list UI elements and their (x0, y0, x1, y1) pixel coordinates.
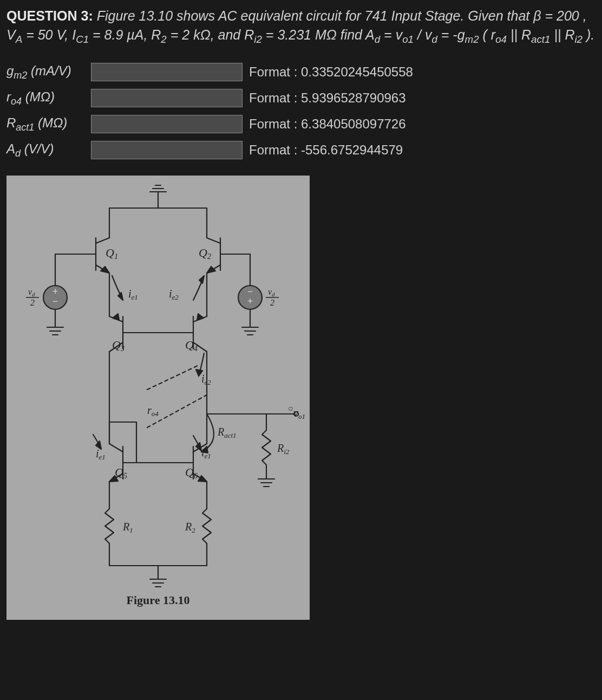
svg-text:Q2: Q2 (199, 246, 211, 261)
svg-text:Q4: Q4 (185, 338, 198, 353)
svg-marker-39 (197, 314, 204, 320)
svg-text:R1: R1 (122, 521, 133, 534)
svg-marker-75 (118, 293, 123, 300)
answers-grid: gm2 (mA/V) Format : 0.33520245450558 ro4… (6, 62, 596, 160)
svg-marker-10 (101, 267, 109, 273)
svg-text:Q1: Q1 (106, 246, 118, 261)
svg-text:R2: R2 (185, 521, 195, 534)
svg-text:○: ○ (288, 404, 293, 413)
svg-line-8 (96, 238, 109, 243)
format-gm2: Format : 0.33520245450558 (246, 63, 596, 81)
question-number: QUESTION 3: (6, 8, 93, 23)
label-gm2: gm2 (mA/V) (6, 62, 88, 82)
label-ro4: ro4 (MΩ) (6, 88, 88, 108)
svg-marker-16 (207, 267, 215, 273)
svg-line-14 (207, 238, 220, 243)
input-ad[interactable] (91, 141, 243, 159)
figure-13-10: + − − + Q1 Q2 ie1 ie2 Q3 Q4 ie2 ro4 Ract… (6, 176, 310, 620)
svg-line-43 (147, 365, 199, 390)
svg-marker-33 (113, 314, 119, 320)
input-ro4[interactable] (91, 89, 243, 107)
label-ract1: Ract1 (MΩ) (6, 114, 88, 134)
figure-caption: Figure 13.10 (6, 592, 310, 609)
input-ract1[interactable] (91, 115, 243, 133)
format-ad: Format : -556.6752944579 (246, 141, 596, 159)
svg-text:ie1: ie1 (128, 288, 138, 301)
svg-text:ro4: ro4 (147, 404, 159, 418)
svg-text:Ri2: Ri2 (277, 442, 290, 456)
svg-text:2: 2 (30, 298, 35, 307)
svg-text:ie1: ie1 (96, 448, 106, 461)
label-ad: Ad (V/V) (6, 140, 88, 160)
svg-text:vd: vd (28, 287, 35, 297)
question-text: QUESTION 3: Figure 13.10 shows AC equiva… (6, 7, 596, 47)
format-ract1: Format : 6.3840508097726 (246, 115, 596, 133)
format-ro4: Format : 5.9396528790963 (246, 89, 596, 107)
svg-text:Ract1: Ract1 (217, 426, 237, 439)
svg-text:Q6: Q6 (185, 465, 198, 480)
svg-text:ie2: ie2 (169, 288, 179, 301)
svg-text:+: + (247, 296, 253, 307)
svg-text:−: − (247, 286, 253, 297)
svg-text:vd: vd (268, 287, 275, 297)
svg-line-60 (109, 444, 123, 452)
svg-text:+: + (53, 286, 58, 297)
svg-marker-76 (199, 276, 204, 283)
svg-text:vo1: vo1 (293, 407, 305, 420)
input-gm2[interactable] (91, 63, 243, 81)
svg-text:−: − (53, 296, 58, 307)
svg-text:Q5: Q5 (115, 465, 127, 480)
svg-text:2: 2 (270, 298, 274, 307)
